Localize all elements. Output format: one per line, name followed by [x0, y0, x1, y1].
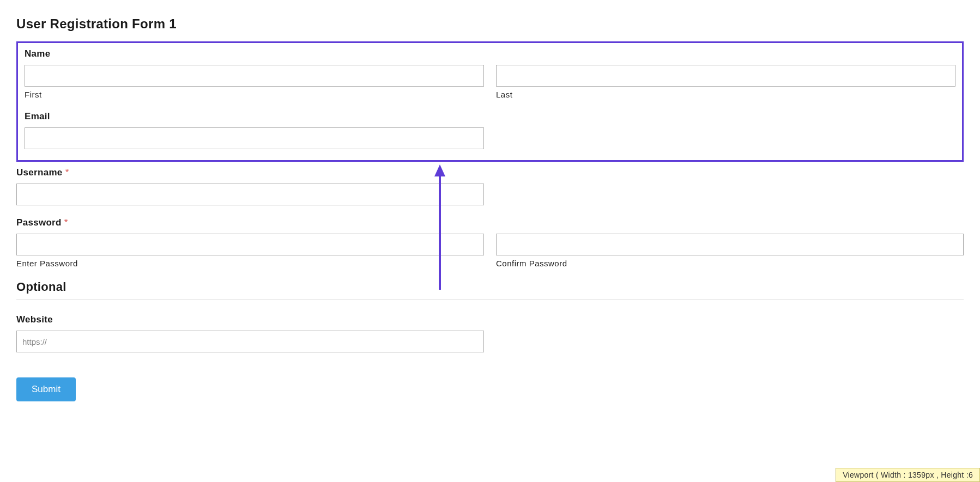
submit-button[interactable]: Submit [16, 377, 76, 401]
highlight-annotation-box: Name First Last Email [16, 41, 964, 162]
name-field-group: Name First Last [25, 48, 955, 99]
required-asterisk: * [65, 167, 69, 178]
last-name-input[interactable] [496, 65, 955, 87]
website-label: Website [16, 314, 964, 325]
password-label-text: Password [16, 217, 64, 228]
required-asterisk: * [64, 217, 68, 228]
username-label-text: Username [16, 167, 65, 178]
password-confirm-sublabel: Confirm Password [496, 259, 964, 268]
form-title: User Registration Form 1 [16, 16, 964, 32]
website-input[interactable] [16, 331, 484, 352]
username-input[interactable] [16, 184, 484, 205]
password-enter-input[interactable] [16, 234, 484, 255]
email-field-group: Email [25, 111, 955, 149]
password-label: Password * [16, 217, 964, 228]
first-name-input[interactable] [25, 65, 484, 87]
first-name-sublabel: First [25, 90, 484, 99]
name-label: Name [25, 48, 955, 59]
password-confirm-input[interactable] [496, 234, 964, 255]
username-field-group: Username * [16, 167, 964, 205]
email-label: Email [25, 111, 955, 122]
website-field-group: Website [16, 314, 964, 352]
last-name-sublabel: Last [496, 90, 955, 99]
password-enter-sublabel: Enter Password [16, 259, 484, 268]
optional-section-heading: Optional [16, 280, 964, 294]
username-label: Username * [16, 167, 964, 178]
email-input[interactable] [25, 127, 484, 149]
viewport-badge: Viewport ( Width : 1359px , Height :6 [836, 468, 980, 482]
password-field-group: Password * Enter Password Confirm Passwo… [16, 217, 964, 268]
section-divider [16, 300, 964, 300]
